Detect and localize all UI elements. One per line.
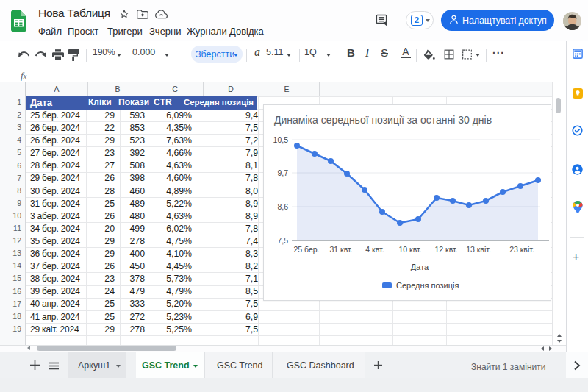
svg-text:10 квт.: 10 квт. (398, 245, 421, 254)
svg-text:4 квт.: 4 квт. (365, 245, 384, 254)
svg-text:23 квіт.: 23 квіт. (509, 245, 534, 254)
svg-text:10,5: 10,5 (273, 135, 289, 144)
svg-text:8,6: 8,6 (277, 202, 288, 211)
svg-text:31 квт.: 31 квт. (329, 245, 352, 254)
svg-text:Динаміка середньої позиції за: Динаміка середньої позиції за останні 30… (274, 114, 492, 126)
svg-text:Середня позиція: Середня позиція (396, 281, 459, 290)
svg-text:Дата: Дата (411, 263, 429, 271)
svg-text:13 квіт.: 13 квіт. (466, 245, 491, 254)
svg-text:25 бер.: 25 бер. (293, 245, 319, 254)
svg-text:9,7: 9,7 (277, 168, 288, 177)
svg-text:7,5: 7,5 (277, 236, 288, 245)
svg-text:12 квт.: 12 квт. (434, 245, 457, 254)
